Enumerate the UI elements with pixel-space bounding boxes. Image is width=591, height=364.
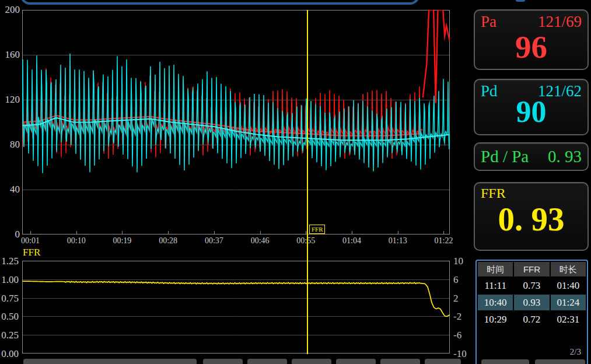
history-table-row[interactable]: 10:290.7202:31 (477, 312, 587, 327)
toolbar-wide-button[interactable] (23, 359, 197, 364)
toolbar-button-4[interactable] (336, 359, 376, 364)
pressure-chart-canvas[interactable] (22, 10, 450, 235)
pressure-x-tick-label: 01:04 (338, 236, 366, 246)
pressure-x-tick-label: 00:37 (200, 236, 228, 246)
history-column-header: 时长 (551, 262, 586, 276)
pd-label: Pd (481, 82, 498, 100)
history-table-header: 时间FFR时长 (477, 262, 587, 276)
history-table-row[interactable]: 10:400.9301:24 (477, 295, 587, 310)
history-cell: 0.93 (514, 295, 549, 310)
pa-label: Pa (481, 13, 496, 31)
pressure-y-tick-label: 200 (1, 4, 20, 16)
cursor-ffr-tag: FFR (309, 225, 326, 234)
history-cell: 10:40 (478, 295, 513, 310)
pressure-x-tick-label: 00:55 (292, 236, 320, 246)
ffr-right-tick-label: 2 (453, 293, 477, 304)
pressure-x-tick-label: 01:22 (429, 236, 457, 246)
pressure-x-tick-label: 00:28 (154, 236, 182, 246)
history-cell: 0.73 (514, 278, 549, 293)
ffr-left-tick-label: 0.75 (0, 293, 19, 304)
pd-pa-ratio-panel: Pd / Pa 0. 93 (474, 142, 589, 171)
ffr-left-tick-label: 0.00 (0, 348, 19, 360)
ffr-left-tick-label: 0.50 (0, 311, 19, 323)
ffr-left-tick-label: 1.25 (0, 256, 19, 267)
history-cell: 11:11 (478, 278, 513, 293)
history-column-header: 时间 (478, 262, 513, 276)
history-next-button[interactable] (535, 359, 585, 364)
toolbar-button-5[interactable] (380, 359, 420, 364)
ffr-value: 0. 93 (481, 202, 582, 236)
measurement-history-table: 时间FFR时长 11:110.7301:4010:400.9301:2410:2… (475, 260, 588, 364)
history-cell: 0.72 (514, 312, 549, 327)
toolbar-button-2[interactable] (247, 359, 287, 364)
history-cell: 01:24 (551, 295, 586, 310)
pd-pa-label: Pd / Pa (481, 147, 529, 166)
top-blue-arc-decoration (20, 0, 419, 5)
ffr-left-tick-label: 0.25 (0, 330, 19, 341)
pressure-x-tick-label: 01:13 (384, 236, 412, 246)
pressure-x-tick-label: 00:19 (108, 236, 136, 246)
pressure-x-tick-label: 00:46 (246, 236, 274, 246)
history-cell: 02:31 (551, 312, 586, 327)
toolbar-button-3[interactable] (292, 359, 331, 364)
history-table-row[interactable]: 11:110.7301:40 (477, 278, 587, 293)
pressure-y-tick-label: 160 (1, 49, 20, 61)
toolbar-button-1[interactable] (203, 359, 243, 364)
pressure-y-tick-label: 80 (1, 139, 20, 150)
history-prev-button[interactable] (481, 359, 529, 364)
page-indicator: 2/3 (570, 347, 581, 357)
ffr-right-tick-label: 10 (453, 256, 477, 267)
history-cell: 01:40 (551, 278, 586, 293)
pressure-x-tick-label: 00:10 (62, 236, 90, 246)
ffr-right-tick-label: 6 (453, 274, 477, 286)
pa-mean-value: 96 (481, 31, 582, 63)
history-column-header: FFR (514, 262, 549, 276)
ffr-label: FFR (481, 186, 582, 201)
pressure-x-tick-label: 00:01 (16, 236, 44, 246)
pa-pressure-panel: Pa 121/69 96 (474, 9, 589, 70)
pd-pressure-panel: Pd 121/62 90 (474, 79, 589, 135)
ffr-right-tick-label: -2 (453, 311, 477, 323)
time-cursor-line[interactable] (307, 10, 308, 354)
ffr-trend-title: FFR (23, 247, 40, 258)
ffr-right-tick-label: -6 (453, 330, 477, 341)
pd-mean-value: 90 (481, 97, 582, 127)
top-blue-fragment (516, 0, 525, 2)
pressure-y-tick-label: 120 (1, 94, 20, 106)
ffr-value-panel: FFR 0. 93 (474, 182, 589, 251)
pressure-y-tick-label: 40 (1, 184, 20, 195)
pd-pa-value: 0. 93 (548, 147, 582, 166)
ffr-left-tick-label: 1.00 (0, 274, 19, 286)
ffr-trend-canvas[interactable] (22, 261, 450, 354)
pa-sys-dia-value: 121/69 (538, 13, 582, 31)
history-cell: 10:29 (478, 312, 513, 327)
ffr-right-tick-label: -10 (453, 348, 477, 360)
